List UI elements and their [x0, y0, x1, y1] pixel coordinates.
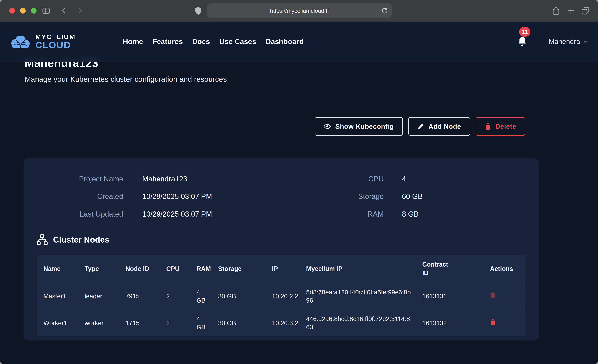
col-ram: RAM	[190, 255, 211, 283]
project-name-label: Project Name	[24, 170, 123, 188]
project-info-grid: Project Name Mahendra123 CPU 4 Created 1…	[24, 170, 539, 223]
storage-value: 60 GB	[384, 188, 539, 205]
delete-label: Delete	[495, 123, 516, 130]
share-icon[interactable]	[552, 6, 560, 16]
reload-icon[interactable]	[381, 7, 388, 14]
app-header: MYC≡LIUM CLOUD Home Features Docs Use Ca…	[0, 22, 598, 62]
nav-use-cases[interactable]: Use Cases	[219, 38, 256, 46]
browser-chrome: https://myceliumcloud.tf	[0, 0, 598, 22]
cluster-details-panel: Project Name Mahendra123 CPU 4 Created 1…	[24, 158, 539, 340]
cluster-nodes-header: Cluster Nodes	[36, 234, 539, 246]
nav-home[interactable]: Home	[123, 38, 143, 46]
node-ram: 4 GB	[190, 283, 211, 310]
nav-features[interactable]: Features	[152, 38, 183, 46]
node-cpu: 2	[160, 310, 190, 336]
node-contract-id: 1613132	[415, 310, 477, 336]
minimize-window-button[interactable]	[20, 8, 26, 14]
delete-node-button[interactable]	[490, 319, 496, 326]
col-cpu: CPU	[160, 255, 190, 283]
node-storage: 30 GB	[211, 283, 265, 310]
node-type: worker	[78, 310, 119, 336]
col-contract-id: Contract ID	[415, 255, 477, 283]
node-ip: 10.20.3.2	[265, 310, 299, 336]
cpu-label: CPU	[332, 170, 384, 188]
node-ram: 4 GB	[190, 310, 211, 336]
last-updated-label: Last Updated	[24, 205, 123, 223]
mycelium-cloud-logo-icon	[9, 33, 32, 50]
brand-wordmark: MYC≡LIUM CLOUD	[35, 33, 75, 50]
col-node-id: Node ID	[119, 255, 160, 283]
user-menu[interactable]: Mahendra	[549, 38, 589, 46]
sidebar-toggle-icon[interactable]	[42, 7, 51, 15]
main-nav: Home Features Docs Use Cases Dashboard	[123, 38, 304, 46]
main-content: Mahendra123 Manage your Kubernetes clust…	[0, 22, 598, 364]
notifications-button[interactable]: 11	[517, 36, 527, 47]
node-name: Worker1	[37, 310, 78, 336]
trash-icon	[490, 319, 496, 325]
node-name: Master1	[37, 283, 78, 310]
address-bar[interactable]: https://myceliumcloud.tf	[207, 3, 392, 18]
cpu-value: 4	[384, 170, 539, 188]
col-mycelium-ip: Mycelium IP	[299, 255, 415, 283]
node-cpu: 2	[160, 283, 190, 310]
cluster-actions-toolbar: Show Kubeconfig Add Node Delete	[315, 117, 525, 136]
new-tab-icon[interactable]	[567, 7, 575, 15]
project-name-value: Mahendra123	[123, 170, 332, 188]
cluster-nodes-table: Name Type Node ID CPU RAM Storage IP Myc…	[37, 255, 525, 336]
delete-node-button[interactable]	[490, 292, 496, 299]
window-controls	[9, 0, 36, 22]
add-node-label: Add Node	[428, 123, 461, 130]
app-viewport: Mahendra123 Manage your Kubernetes clust…	[0, 22, 598, 364]
table-header-row: Name Type Node ID CPU RAM Storage IP Myc…	[37, 255, 525, 283]
col-ip: IP	[265, 255, 299, 283]
eye-icon	[324, 123, 331, 130]
table-row: Worker1 worker 1715 2 4 GB 30 GB 10.20.3…	[37, 310, 525, 336]
close-window-button[interactable]	[9, 8, 15, 14]
pencil-icon	[417, 123, 424, 130]
user-name: Mahendra	[549, 38, 580, 46]
table-row: Master1 leader 7915 2 4 GB 30 GB 10.20.2…	[37, 283, 525, 310]
ram-label: RAM	[332, 205, 384, 223]
col-actions: Actions	[477, 255, 525, 283]
node-contract-id: 1613131	[415, 283, 477, 310]
trash-icon	[485, 123, 491, 130]
header-right: 11 Mahendra	[517, 36, 589, 47]
tab-overview-icon[interactable]	[581, 6, 590, 15]
add-node-button[interactable]: Add Node	[408, 117, 470, 136]
bell-icon	[517, 36, 527, 47]
node-id: 7915	[119, 283, 160, 310]
node-mycelium-ip: 5d8:78ea:a120:f40c:ff0f:a5fe:99e6:8b96	[299, 283, 415, 310]
col-name: Name	[37, 255, 78, 283]
url-text: https://myceliumcloud.tf	[270, 8, 329, 14]
delete-cluster-button[interactable]: Delete	[475, 117, 525, 136]
browser-window: https://myceliumcloud.tf Mahendra123 Man…	[0, 0, 598, 364]
forward-icon[interactable]	[76, 7, 84, 15]
page-subtitle: Manage your Kubernetes cluster configura…	[25, 75, 227, 84]
brand-logo[interactable]: MYC≡LIUM CLOUD	[9, 33, 75, 50]
col-type: Type	[78, 255, 119, 283]
nav-docs[interactable]: Docs	[192, 38, 210, 46]
cluster-nodes-title: Cluster Nodes	[53, 235, 109, 245]
node-type: leader	[78, 283, 119, 310]
created-label: Created	[24, 188, 123, 205]
zoom-window-button[interactable]	[31, 8, 36, 14]
last-updated-value: 10/29/2025 03:07 PM	[123, 205, 332, 223]
node-storage: 30 GB	[211, 310, 265, 336]
privacy-shield-icon[interactable]	[195, 6, 202, 16]
node-id: 1715	[119, 310, 160, 336]
chevron-down-icon	[583, 39, 589, 44]
back-icon[interactable]	[60, 7, 68, 15]
ram-value: 8 GB	[384, 205, 539, 223]
col-storage: Storage	[211, 255, 265, 283]
trash-icon	[490, 292, 496, 299]
show-kubeconfig-button[interactable]: Show Kubeconfig	[315, 117, 403, 136]
node-mycelium-ip: 446:d2a6:8bcd:8c16:ff0f:72e2:3114:863f	[299, 310, 415, 336]
node-ip: 10.20.2.2	[265, 283, 299, 310]
created-value: 10/29/2025 03:07 PM	[123, 188, 332, 205]
show-kubeconfig-label: Show Kubeconfig	[335, 123, 394, 130]
storage-label: Storage	[332, 188, 384, 205]
network-icon	[36, 234, 48, 246]
nav-dashboard[interactable]: Dashboard	[266, 38, 304, 46]
notification-badge: 11	[519, 27, 531, 37]
